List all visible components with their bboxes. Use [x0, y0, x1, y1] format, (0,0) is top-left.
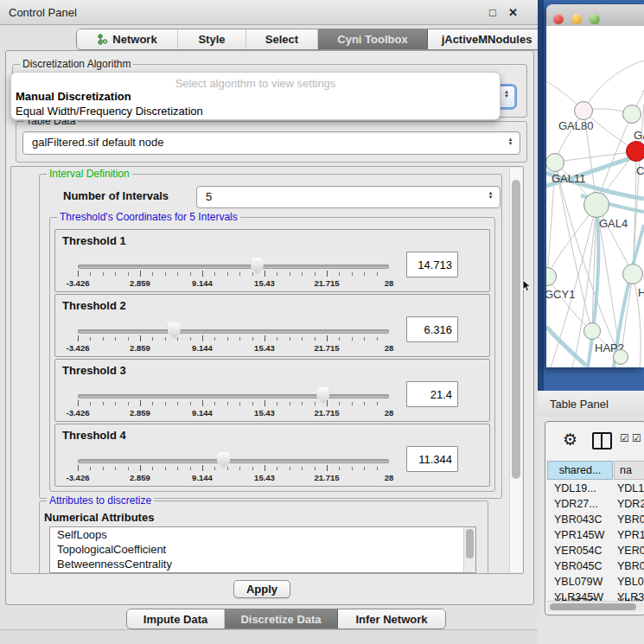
settings-scrollbar-thumb[interactable]: [512, 180, 520, 479]
list-item[interactable]: TopologicalCoefficient: [50, 542, 475, 557]
column-header-shared-name[interactable]: shared...: [547, 461, 613, 480]
cell-shared-name: YDR27...: [554, 498, 598, 510]
traffic-light-close-icon[interactable]: [553, 14, 564, 24]
table-data-value: galFiltered.sif default node: [32, 136, 163, 149]
number-of-intervals-stepper[interactable]: ▲▼: [485, 191, 496, 200]
table-cell[interactable]: YBR0: [617, 513, 644, 529]
table-scrollbar-thumb[interactable]: [550, 603, 636, 610]
slider-tick-labels: -3.426 2.859 9.144 15.43 21.715 28: [78, 408, 389, 418]
table-cell[interactable]: YER0: [617, 545, 644, 560]
threshold-2-value-input[interactable]: [406, 316, 458, 342]
gear-icon[interactable]: ⚙: [563, 430, 577, 450]
node-gal4[interactable]: [583, 192, 609, 218]
table-cell[interactable]: YBL0: [617, 576, 644, 591]
tick-label: 15.43: [254, 343, 275, 353]
tab-infer-network-label: Infer Network: [355, 613, 427, 626]
table-horizontal-scrollbar[interactable]: [547, 601, 643, 612]
tab-style[interactable]: Style: [178, 29, 246, 49]
node-unlabeled[interactable]: [622, 105, 641, 124]
tab-discretize-data[interactable]: Discretize Data: [225, 609, 338, 628]
tab-jactivemnodules[interactable]: jActiveMNodules: [428, 29, 545, 49]
select-all-icon[interactable]: ☑: [632, 432, 641, 444]
apply-button[interactable]: Apply: [233, 580, 290, 598]
tab-discretize-data-label: Discretize Data: [240, 613, 321, 626]
tick-label: 2.859: [130, 473, 150, 482]
interval-definition-title: Interval Definition: [47, 168, 132, 180]
table-data-combobox[interactable]: galFiltered.sif default node ▲▼: [22, 131, 520, 155]
table-row[interactable]: YDR27...: [554, 498, 598, 513]
threshold-4-slider[interactable]: -3.426 2.859 9.144 15.43 21.715 28: [78, 452, 389, 483]
slider-track[interactable]: [78, 329, 389, 334]
node-selected-red[interactable]: [626, 141, 644, 162]
close-window-icon[interactable]: ✕: [508, 6, 518, 19]
node-gal80[interactable]: [574, 101, 593, 120]
threshold-1-slider[interactable]: -3.426 2.859 9.144 15.43 21.715 28: [78, 258, 389, 289]
threshold-3-value-input[interactable]: [406, 381, 458, 407]
float-window-icon[interactable]: □: [489, 6, 496, 19]
node-right-edge[interactable]: [622, 264, 643, 284]
table-row[interactable]: YPR145W: [554, 529, 604, 545]
tab-cyni-toolbox[interactable]: Cyni Toolbox: [318, 29, 428, 49]
table-row[interactable]: YER054C: [554, 545, 603, 560]
tab-network[interactable]: Network: [77, 29, 178, 49]
tab-jactivemnodules-label: jActiveMNodules: [442, 33, 532, 46]
slider-track[interactable]: [78, 394, 389, 399]
table-data-stepper[interactable]: ▲▼: [505, 137, 516, 146]
list-scrollbar-thumb[interactable]: [466, 529, 474, 558]
mouse-cursor: [522, 280, 532, 292]
slider-track[interactable]: [78, 459, 389, 463]
cell-name: YDL1: [617, 482, 644, 494]
algorithm-option-manual[interactable]: Manual Discretization: [16, 90, 131, 103]
tick-label: -3.426: [67, 473, 90, 482]
select-columns-icon[interactable]: ☑: [620, 432, 629, 444]
tick-label: 28: [385, 473, 394, 482]
algorithm-combobox-stepper[interactable]: ▲▼: [499, 86, 514, 107]
traffic-light-minimize-icon[interactable]: [571, 14, 582, 24]
table-row[interactable]: YBL079W: [554, 576, 603, 591]
node-gal11[interactable]: [546, 153, 564, 172]
list-item[interactable]: BetweennessCentrality: [50, 557, 475, 571]
node-partial-bottom[interactable]: [613, 349, 628, 365]
algorithm-option-equal-width[interactable]: Equal Width/Frequency Discretization: [16, 105, 203, 118]
split-columns-icon[interactable]: [592, 432, 612, 450]
algorithm-placeholder-option[interactable]: Select algorithm to view settings: [11, 77, 500, 90]
slider-major-ticks: [78, 400, 389, 406]
traffic-light-zoom-icon[interactable]: [590, 14, 600, 24]
number-of-intervals-value: 5: [206, 190, 212, 203]
node-hap2[interactable]: [583, 322, 601, 340]
cell-shared-name: YPR145W: [554, 529, 604, 541]
table-cell[interactable]: YDR2: [617, 498, 644, 513]
table-cell[interactable]: YPR1: [617, 529, 644, 545]
tab-select[interactable]: Select: [246, 29, 318, 49]
list-item[interactable]: SelfLoops: [50, 527, 475, 542]
slider-tick-labels: -3.426 2.859 9.144 15.43 21.715 28: [78, 343, 389, 353]
cell-shared-name: YBR043C: [554, 513, 603, 526]
number-of-intervals-combobox[interactable]: 5 ▲▼: [196, 186, 501, 208]
tick-label: 15.43: [254, 278, 275, 288]
tab-impute-data[interactable]: Impute Data: [127, 609, 225, 628]
node-label: H: [638, 286, 644, 299]
column-header-name[interactable]: na: [614, 461, 644, 480]
threshold-1-value-input[interactable]: [406, 252, 458, 277]
table-row[interactable]: YDL19...: [554, 482, 596, 498]
cell-shared-name: YBL079W: [554, 576, 603, 588]
threshold-3-slider[interactable]: -3.426 2.859 9.144 15.43 21.715 28: [78, 387, 389, 418]
list-scrollbar[interactable]: [463, 527, 475, 572]
desktop-edge: [538, 0, 544, 391]
slider-track[interactable]: [78, 265, 389, 269]
threshold-2-slider[interactable]: -3.426 2.859 9.144 15.43 21.715 28: [78, 322, 389, 354]
table-row[interactable]: YBR043C: [554, 513, 603, 529]
table-row[interactable]: YBR045C: [554, 560, 603, 576]
tab-infer-network[interactable]: Infer Network: [338, 609, 445, 628]
threshold-4-value-input[interactable]: [406, 446, 458, 472]
table-cell[interactable]: YDL1: [617, 482, 644, 498]
bottom-tabs: Impute Data Discretize Data Infer Networ…: [126, 609, 446, 629]
slider-major-ticks: [78, 335, 389, 341]
tab-cyni-toolbox-label: Cyni Toolbox: [337, 33, 407, 46]
network-canvas[interactable]: GAL80 GA C GAL11 GAL4 GCY1 H HAP2: [546, 26, 644, 367]
table-cell[interactable]: YBR0: [617, 560, 644, 576]
settings-vertical-scrollbar[interactable]: [509, 168, 522, 572]
threshold-2-title: Threshold 2: [62, 299, 126, 312]
algorithm-dropdown-popup: Select algorithm to view settings Manual…: [10, 72, 501, 120]
numerical-attributes-list[interactable]: SelfLoops TopologicalCoefficient Between…: [49, 526, 476, 573]
